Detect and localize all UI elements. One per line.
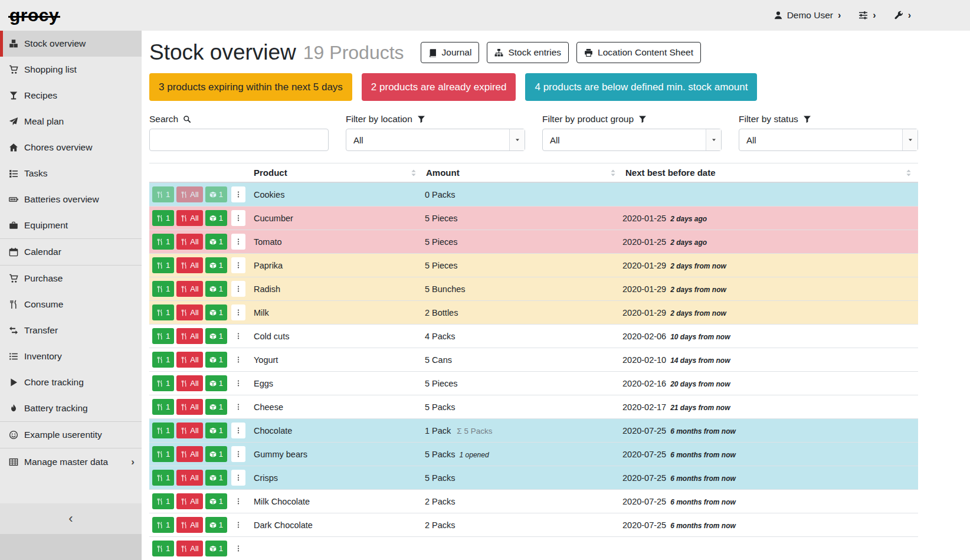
consume-all-button[interactable]: All bbox=[176, 399, 202, 415]
open-one-button[interactable]: 1 bbox=[205, 493, 227, 509]
consume-one-button[interactable]: 1 bbox=[152, 281, 174, 297]
row-menu-button[interactable] bbox=[231, 493, 245, 509]
consume-all-button[interactable]: All bbox=[176, 234, 202, 250]
row-menu-button[interactable] bbox=[231, 423, 245, 438]
sidebar-item-equipment[interactable]: Equipment bbox=[0, 212, 142, 238]
stock-entries-button[interactable]: Stock entries bbox=[487, 42, 569, 63]
open-one-button[interactable]: 1 bbox=[205, 352, 227, 368]
settings-menu[interactable]: › bbox=[858, 10, 876, 21]
consume-all-button[interactable]: All bbox=[176, 281, 202, 297]
row-menu-button[interactable] bbox=[231, 186, 245, 202]
search-input[interactable] bbox=[149, 129, 329, 151]
sidebar-item-chore-tracking[interactable]: Chore tracking bbox=[0, 369, 142, 395]
open-one-button[interactable]: 1 bbox=[205, 234, 227, 250]
location-select[interactable]: All bbox=[346, 129, 525, 151]
sidebar-item-example-userentity[interactable]: Example userentity bbox=[0, 422, 142, 448]
open-one-button[interactable]: 1 bbox=[205, 470, 227, 486]
open-one-button[interactable]: 1 bbox=[205, 257, 227, 273]
journal-button[interactable]: Journal bbox=[421, 42, 480, 63]
open-one-button[interactable]: 1 bbox=[205, 375, 227, 391]
row-menu-button[interactable] bbox=[231, 281, 245, 297]
open-one-button[interactable]: 1 bbox=[205, 399, 227, 415]
consume-one-button[interactable]: 1 bbox=[152, 446, 174, 462]
consume-one-button[interactable]: 1 bbox=[152, 186, 174, 202]
row-menu-button[interactable] bbox=[231, 234, 245, 250]
column-product[interactable]: Product bbox=[251, 163, 423, 182]
consume-all-button[interactable]: All bbox=[176, 186, 202, 202]
sidebar-item-purchase[interactable]: Purchase bbox=[0, 266, 142, 292]
consume-all-button[interactable]: All bbox=[176, 304, 202, 320]
row-menu-button[interactable] bbox=[231, 541, 245, 556]
column-amount[interactable]: Amount bbox=[423, 163, 622, 182]
sidebar-item-chores-overview[interactable]: Chores overview bbox=[0, 135, 142, 161]
open-one-button[interactable]: 1 bbox=[205, 446, 227, 462]
sidebar-item-inventory[interactable]: Inventory bbox=[0, 343, 142, 369]
sidebar-item-shopping-list[interactable]: Shopping list bbox=[0, 57, 142, 83]
consume-all-button[interactable]: All bbox=[176, 470, 202, 486]
consume-one-button[interactable]: 1 bbox=[152, 541, 174, 556]
row-menu-button[interactable] bbox=[231, 399, 245, 415]
consume-all-button[interactable]: All bbox=[176, 541, 202, 556]
consume-one-button[interactable]: 1 bbox=[152, 257, 174, 273]
row-menu-button[interactable] bbox=[231, 375, 245, 391]
open-one-button[interactable]: 1 bbox=[205, 304, 227, 320]
consume-all-button[interactable]: All bbox=[176, 517, 202, 533]
row-menu-button[interactable] bbox=[231, 210, 245, 226]
consume-one-button[interactable]: 1 bbox=[152, 399, 174, 415]
row-menu-button[interactable] bbox=[231, 517, 245, 533]
open-one-button[interactable]: 1 bbox=[205, 423, 227, 438]
sidebar-item-consume[interactable]: Consume bbox=[0, 292, 142, 317]
product-group-select[interactable]: All bbox=[542, 129, 722, 151]
consume-all-button[interactable]: All bbox=[176, 423, 202, 438]
consume-all-button[interactable]: All bbox=[176, 352, 202, 368]
open-one-button[interactable]: 1 bbox=[205, 517, 227, 533]
user-menu[interactable]: Demo User › bbox=[774, 10, 841, 21]
row-menu-button[interactable] bbox=[231, 446, 245, 462]
consume-one-button[interactable]: 1 bbox=[152, 328, 174, 344]
kebab-icon bbox=[235, 474, 242, 482]
sidebar-item-manage-master-data[interactable]: Manage master data› bbox=[0, 448, 142, 476]
row-menu-button[interactable] bbox=[231, 352, 245, 368]
open-one-button[interactable]: 1 bbox=[205, 281, 227, 297]
open-one-button[interactable]: 1 bbox=[205, 186, 227, 202]
open-one-button[interactable]: 1 bbox=[205, 328, 227, 344]
consume-one-button[interactable]: 1 bbox=[152, 423, 174, 438]
open-one-button[interactable]: 1 bbox=[205, 210, 227, 226]
consume-one-button[interactable]: 1 bbox=[152, 517, 174, 533]
consume-one-button[interactable]: 1 bbox=[152, 234, 174, 250]
sidebar-item-battery-tracking[interactable]: Battery tracking bbox=[0, 395, 142, 421]
row-menu-button[interactable] bbox=[231, 470, 245, 486]
row-menu-button[interactable] bbox=[231, 304, 245, 320]
status-select[interactable]: All bbox=[739, 129, 918, 151]
expired-banner[interactable]: 2 products are already expired bbox=[362, 73, 516, 101]
sidebar-item-tasks[interactable]: Tasks bbox=[0, 161, 142, 186]
consume-all-button[interactable]: All bbox=[176, 257, 202, 273]
consume-all-button[interactable]: All bbox=[176, 328, 202, 344]
below-min-stock-banner[interactable]: 4 products are below defined min. stock … bbox=[525, 73, 757, 101]
consume-all-button[interactable]: All bbox=[176, 375, 202, 391]
consume-one-button[interactable]: 1 bbox=[152, 210, 174, 226]
consume-all-button[interactable]: All bbox=[176, 446, 202, 462]
consume-one-button[interactable]: 1 bbox=[152, 493, 174, 509]
consume-one-button[interactable]: 1 bbox=[152, 352, 174, 368]
consume-one-button[interactable]: 1 bbox=[152, 470, 174, 486]
sidebar-collapse-button[interactable]: ‹ bbox=[0, 503, 142, 534]
app-logo[interactable]: grocy bbox=[9, 5, 59, 25]
sidebar-item-batteries-overview[interactable]: Batteries overview bbox=[0, 186, 142, 212]
admin-menu[interactable]: › bbox=[894, 10, 911, 21]
open-one-button[interactable]: 1 bbox=[205, 541, 227, 556]
sidebar-item-meal-plan[interactable]: Meal plan bbox=[0, 109, 142, 135]
sidebar-item-stock-overview[interactable]: Stock overview bbox=[0, 31, 142, 57]
consume-one-button[interactable]: 1 bbox=[152, 304, 174, 320]
row-menu-button[interactable] bbox=[231, 257, 245, 273]
expiring-banner[interactable]: 3 products expiring within the next 5 da… bbox=[149, 73, 352, 101]
row-menu-button[interactable] bbox=[231, 328, 245, 344]
consume-one-button[interactable]: 1 bbox=[152, 375, 174, 391]
consume-all-button[interactable]: All bbox=[176, 493, 202, 509]
sidebar-item-calendar[interactable]: Calendar bbox=[0, 239, 142, 265]
column-best-before-date[interactable]: Next best before date bbox=[622, 163, 918, 182]
sidebar-item-transfer[interactable]: Transfer bbox=[0, 317, 142, 343]
sidebar-item-recipes[interactable]: Recipes bbox=[0, 83, 142, 109]
consume-all-button[interactable]: All bbox=[176, 210, 202, 226]
location-content-sheet-button[interactable]: Location Content Sheet bbox=[576, 42, 701, 63]
